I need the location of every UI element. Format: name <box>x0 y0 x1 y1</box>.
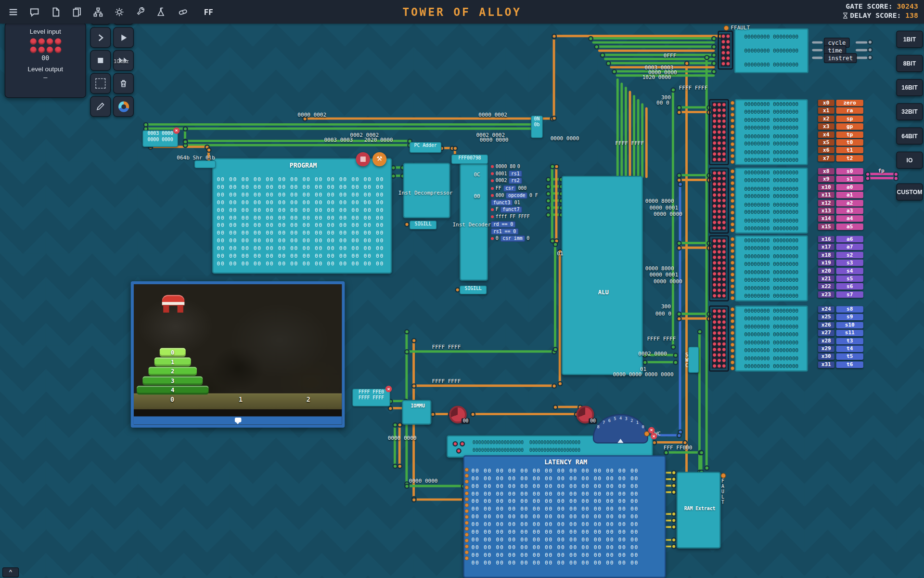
level-input-bit[interactable] <box>38 47 44 53</box>
circuit-canvas[interactable]: cycletimeinstretPROGRAM00 00 00 00 00 00… <box>0 24 924 578</box>
wire-node[interactable] <box>388 406 393 411</box>
iommu-component[interactable]: IOMMU <box>402 400 431 424</box>
wire-node[interactable] <box>183 126 188 131</box>
collapse-panel-button[interactable]: ^ <box>2 567 19 578</box>
wire-node[interactable] <box>411 338 417 343</box>
wire-node[interactable] <box>699 450 704 455</box>
alu-component[interactable]: ALU <box>562 176 643 375</box>
orange-wire[interactable] <box>678 111 710 113</box>
wire-node[interactable] <box>670 344 676 350</box>
grey-wire[interactable] <box>812 49 822 52</box>
wire-node[interactable] <box>671 518 677 523</box>
wire-node[interactable] <box>594 44 599 50</box>
green-wire[interactable] <box>643 361 677 363</box>
level-input-bit[interactable] <box>30 47 36 53</box>
wire-node[interactable] <box>704 55 709 60</box>
level-input-bit[interactable] <box>30 39 36 45</box>
wire-node[interactable] <box>677 245 682 250</box>
level-input-bit[interactable] <box>46 39 52 45</box>
green-wire[interactable] <box>678 174 710 176</box>
wire-node[interactable] <box>411 383 417 389</box>
orange-wire[interactable] <box>685 62 688 483</box>
wire-node[interactable] <box>671 489 677 495</box>
wire-node[interactable] <box>404 349 410 355</box>
wire-node[interactable] <box>677 110 682 115</box>
wire-node[interactable] <box>546 205 551 210</box>
wire-node[interactable] <box>552 34 557 39</box>
component-menu-8bit[interactable]: 8BIT <box>896 55 923 72</box>
wire-node[interactable] <box>546 177 551 182</box>
ram-extract-component[interactable]: RAM Extract <box>677 472 721 549</box>
wire-node[interactable] <box>684 61 690 66</box>
wire-node[interactable] <box>867 55 873 60</box>
wire-node[interactable] <box>671 483 677 488</box>
wire-node[interactable] <box>588 36 593 41</box>
wire-node[interactable] <box>206 147 212 153</box>
wire-node[interactable] <box>671 512 677 517</box>
orange-wire[interactable] <box>678 247 710 249</box>
constant-chip[interactable]: 0003 00000000 0000 <box>142 131 178 147</box>
orange-wire[interactable] <box>598 50 715 52</box>
wire-node[interactable] <box>397 463 402 469</box>
chat-bubble-icon[interactable] <box>234 418 241 422</box>
green-wire[interactable] <box>551 165 553 242</box>
rotary-gauge[interactable]: 00 <box>577 406 594 423</box>
grey-wire[interactable] <box>812 41 822 44</box>
level-input-bit[interactable] <box>54 47 61 53</box>
register-value-box[interactable]: 00000000 0000000000000000 00000000000000… <box>735 305 808 371</box>
wire-node[interactable] <box>546 212 551 218</box>
edit-pencil-button[interactable] <box>90 96 111 117</box>
wire-node[interactable] <box>865 176 871 181</box>
component-menu-64bit[interactable]: 64BIT <box>896 127 923 144</box>
register-value-box[interactable]: 00000000 0000000000000000 00000000000000… <box>735 99 808 165</box>
level-input-bit[interactable] <box>46 47 52 53</box>
orange-wire[interactable] <box>398 423 401 467</box>
green-wire[interactable] <box>592 41 715 44</box>
orange-wire[interactable] <box>472 413 578 415</box>
green-wire[interactable] <box>589 37 715 39</box>
green-wire[interactable] <box>405 350 555 353</box>
green-wire[interactable] <box>601 53 715 56</box>
orange-wire[interactable] <box>678 317 710 320</box>
wire-node[interactable] <box>867 39 873 45</box>
pink-wire[interactable] <box>866 177 897 179</box>
wire-node[interactable] <box>671 544 677 549</box>
orange-wire[interactable] <box>559 250 561 384</box>
delete-button[interactable] <box>113 73 134 94</box>
register-value-box[interactable]: 00000000 0000000000000000 00000000000000… <box>735 168 808 234</box>
component-menu-io[interactable]: IO <box>896 152 923 169</box>
on-chip[interactable]: 0N0b <box>531 116 542 138</box>
green-wire[interactable] <box>144 127 535 130</box>
wire-node[interactable] <box>183 139 188 144</box>
wire-node[interactable] <box>470 412 475 417</box>
level-input-bit[interactable] <box>54 39 61 45</box>
wire-node[interactable] <box>664 450 669 455</box>
green-wire[interactable] <box>394 423 396 467</box>
orange-wire[interactable] <box>304 118 553 120</box>
ffault-pin[interactable] <box>724 26 729 31</box>
grey-wire[interactable] <box>856 57 867 59</box>
wire-node[interactable] <box>552 383 557 389</box>
green-wire[interactable] <box>637 99 640 178</box>
shifter-chip[interactable] <box>194 160 216 168</box>
green-wire[interactable] <box>665 451 701 454</box>
component-menu-custom[interactable]: CUSTOM <box>896 184 923 201</box>
orange-wire[interactable] <box>553 35 555 119</box>
green-wire[interactable] <box>625 87 627 178</box>
green-wire[interactable] <box>678 313 710 315</box>
wire-node[interactable] <box>670 87 676 92</box>
wire-node[interactable] <box>404 484 410 489</box>
wire-node[interactable] <box>704 465 709 471</box>
rotary-gauge[interactable]: 00 <box>449 406 467 423</box>
green-wire[interactable] <box>144 123 535 126</box>
fault-pin[interactable] <box>720 473 726 478</box>
wire-node[interactable] <box>677 433 682 438</box>
wire-node[interactable] <box>557 381 563 386</box>
green-wire[interactable] <box>620 82 623 178</box>
wire-node[interactable] <box>452 145 458 151</box>
component-menu-16bit[interactable]: 16BIT <box>896 79 923 96</box>
color-wheel-button[interactable] <box>113 96 134 117</box>
pc-adder[interactable]: PC Adder <box>410 142 441 153</box>
wire-node[interactable] <box>600 53 605 58</box>
green-wire[interactable] <box>706 56 708 469</box>
